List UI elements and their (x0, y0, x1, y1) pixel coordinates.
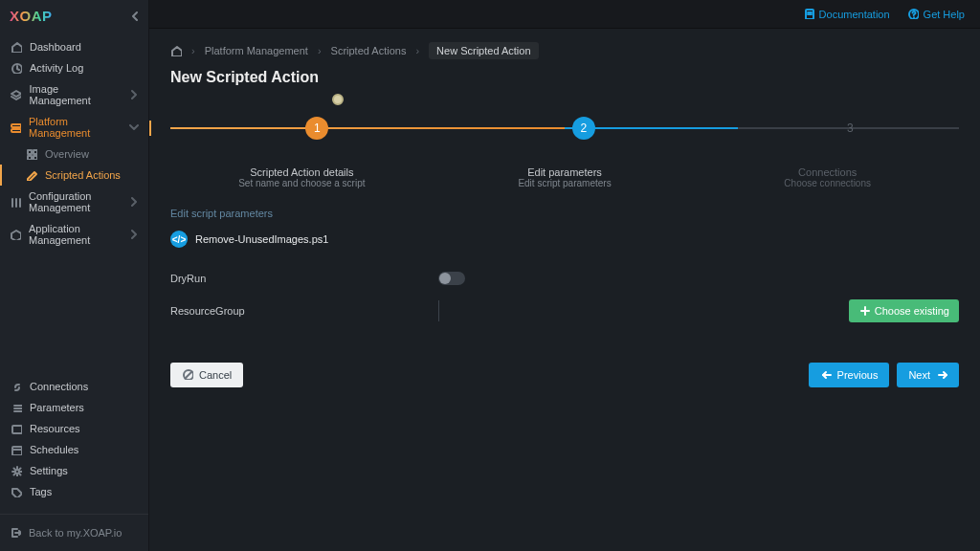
sidebar-item-activity-log[interactable]: Activity Log (0, 57, 148, 78)
wizard-step-1-labels: Scripted Action details Set name and cho… (170, 166, 434, 188)
page-title: New Scripted Action (170, 69, 959, 86)
step-title: Scripted Action details (170, 166, 434, 178)
wizard-stepper: 1 2 3 (170, 111, 959, 157)
next-label: Next (908, 369, 930, 381)
topbar: Documentation Get Help (149, 0, 980, 29)
home-icon (170, 45, 182, 56)
primary-nav: Dashboard Activity Log Image Management … (0, 36, 148, 251)
sidebar: XOAP Dashboard Activity Log Image Manage… (0, 0, 149, 551)
step-subtitle: Edit script parameters (434, 178, 697, 188)
sidebar-item-platform-management[interactable]: Platform Management (0, 111, 148, 143)
help-icon (907, 8, 919, 21)
layers-icon (10, 89, 22, 100)
package-icon (10, 229, 21, 240)
server-icon (10, 121, 21, 133)
wizard-step-1[interactable]: 1 (305, 111, 328, 140)
sidebar-collapse-button[interactable] (129, 10, 141, 21)
chevron-right-icon (127, 88, 139, 101)
sidebar-item-settings[interactable]: Settings (0, 460, 148, 481)
sidebar-item-label: Configuration Management (29, 190, 120, 213)
back-to-portal-link[interactable]: Back to my.XOAP.io (0, 514, 148, 551)
plus-icon (858, 304, 870, 318)
step-number: 2 (572, 117, 595, 140)
sidebar-item-dashboard[interactable]: Dashboard (0, 36, 148, 57)
wizard-step-2[interactable]: 2 (572, 111, 595, 140)
sidebar-subitem-scripted-actions[interactable]: Scripted Actions (0, 165, 148, 186)
arrow-left-icon (820, 368, 832, 382)
breadcrumb-separator: › (415, 45, 419, 56)
previous-button[interactable]: Previous (809, 363, 890, 387)
sidebar-item-label: Connections (30, 381, 88, 392)
home-icon (10, 41, 22, 53)
breadcrumb-platform-management[interactable]: Platform Management (205, 45, 308, 56)
app-logo[interactable]: XOAP (10, 8, 53, 24)
step-title: Edit parameters (434, 166, 697, 178)
sidebar-item-label: Overview (45, 148, 89, 160)
wizard-step-2-labels: Edit parameters Edit script parameters (434, 166, 697, 188)
section-heading: Edit script parameters (170, 208, 959, 219)
secondary-nav: Connections Parameters Resources Schedul… (0, 376, 148, 508)
cancel-button[interactable]: Cancel (170, 363, 243, 387)
step-subtitle: Choose connections (696, 178, 959, 188)
svg-rect-7 (33, 156, 37, 160)
pencil-icon (25, 169, 37, 181)
sidebar-item-configuration-management[interactable]: Configuration Management (0, 186, 148, 218)
box-icon (10, 423, 22, 434)
sliders-icon (10, 196, 21, 208)
decorative-bubble (332, 94, 344, 105)
breadcrumb-home[interactable] (170, 45, 182, 56)
previous-label: Previous (837, 369, 879, 381)
svg-rect-16 (12, 447, 22, 455)
exit-icon (10, 526, 21, 540)
wizard-step-3[interactable]: 3 (838, 111, 861, 140)
sidebar-item-application-management[interactable]: Application Management (0, 218, 148, 251)
documentation-link[interactable]: Documentation (803, 8, 890, 21)
breadcrumb: › Platform Management › Scripted Actions… (170, 42, 959, 59)
cancel-label: Cancel (199, 369, 232, 381)
dryrun-toggle[interactable] (438, 272, 465, 285)
breadcrumb-separator: › (318, 45, 322, 56)
breadcrumb-scripted-actions[interactable]: Scripted Actions (331, 45, 407, 56)
sidebar-item-resources[interactable]: Resources (0, 418, 148, 439)
get-help-label: Get Help (924, 9, 965, 20)
svg-rect-6 (28, 156, 32, 160)
sidebar-item-image-management[interactable]: Image Management (0, 78, 148, 111)
resourcegroup-input[interactable] (438, 300, 841, 321)
ban-icon (182, 368, 193, 382)
sidebar-item-connections[interactable]: Connections (0, 376, 148, 397)
param-resourcegroup-row: ResourceGroup Choose existing (170, 298, 959, 324)
step-number: 1 (305, 117, 328, 140)
calendar-icon (10, 444, 22, 455)
selected-script-row: </> Remove-UnusedImages.ps1 (170, 231, 959, 248)
sidebar-item-schedules[interactable]: Schedules (0, 439, 148, 460)
sidebar-item-label: Application Management (29, 223, 120, 246)
param-dryrun-label: DryRun (170, 273, 438, 284)
svg-rect-15 (12, 426, 22, 433)
svg-rect-5 (33, 150, 37, 154)
chevron-right-icon (127, 228, 139, 241)
next-button[interactable]: Next (897, 363, 959, 387)
sidebar-item-label: Dashboard (30, 41, 81, 53)
svg-rect-3 (11, 129, 21, 132)
sidebar-item-label: Parameters (30, 402, 84, 413)
choose-existing-button[interactable]: Choose existing (849, 299, 959, 322)
gear-icon (10, 465, 22, 476)
doc-icon (803, 8, 814, 21)
sidebar-item-parameters[interactable]: Parameters (0, 397, 148, 418)
script-badge-icon: </> (170, 231, 188, 248)
choose-existing-label: Choose existing (875, 305, 949, 317)
sidebar-subitem-overview[interactable]: Overview (0, 143, 148, 165)
sidebar-item-label: Schedules (30, 444, 78, 455)
breadcrumb-separator: › (191, 45, 195, 56)
sidebar-item-label: Image Management (30, 83, 120, 106)
script-file-name: Remove-UnusedImages.ps1 (195, 233, 328, 245)
list-icon (10, 402, 22, 413)
sidebar-item-tags[interactable]: Tags (0, 481, 148, 502)
wizard-step-3-labels: Connections Choose connections (696, 166, 959, 188)
param-dryrun-row: DryRun (170, 265, 959, 292)
sidebar-item-label: Tags (30, 486, 52, 497)
breadcrumb-current: New Scripted Action (429, 42, 538, 59)
logo-row: XOAP (0, 0, 148, 29)
get-help-link[interactable]: Get Help (907, 8, 965, 21)
back-link-label: Back to my.XOAP.io (29, 527, 122, 539)
